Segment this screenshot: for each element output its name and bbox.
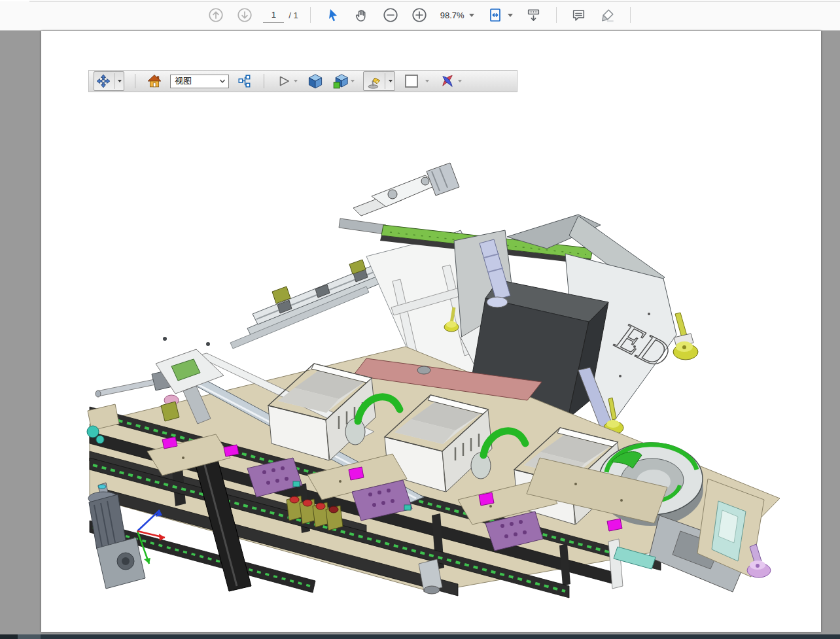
- fit-page-dropdown[interactable]: [485, 7, 516, 23]
- view-dropdown[interactable]: 视图: [170, 75, 229, 88]
- page-number-group: / 1: [263, 8, 298, 23]
- dock-toolbar-icon: [525, 7, 542, 24]
- zoom-level-value: 98.7%: [440, 10, 464, 20]
- model-tree-icon: [237, 74, 252, 88]
- highlighter-icon: [599, 7, 616, 24]
- hide-toolbar-button[interactable]: [523, 5, 544, 26]
- toolbar-separator: [630, 7, 631, 23]
- select-tool-button[interactable]: [323, 5, 343, 26]
- background-color-button[interactable]: [402, 72, 430, 90]
- chevron-down-icon: [351, 80, 355, 82]
- shaded-cube-icon: [307, 73, 323, 89]
- button-divider: [114, 73, 114, 89]
- chevron-down-icon: [458, 80, 462, 82]
- taskbar-segment: [0, 634, 18, 639]
- chevron-down-icon: [508, 14, 513, 17]
- render-mode-icon: [333, 73, 349, 89]
- pan-3d-button[interactable]: [94, 71, 124, 91]
- home-icon: [147, 74, 162, 88]
- chevron-down-icon: [294, 80, 298, 82]
- cross-section-icon: [439, 73, 456, 89]
- chevron-down-icon: [425, 80, 429, 82]
- circle-arrow-down-icon: [236, 7, 253, 24]
- edrawings-toolbar: 视图: [88, 70, 517, 92]
- toolbar-separator: [310, 7, 311, 23]
- next-page-button[interactable]: [234, 5, 255, 26]
- zoom-level-dropdown[interactable]: 98.7%: [438, 10, 477, 20]
- chevron-down-icon: [118, 80, 122, 82]
- chevron-down-icon: [219, 78, 226, 84]
- button-divider: [385, 73, 385, 89]
- minus-circle-icon: [382, 7, 399, 24]
- acrobat-window: / 1 98.7%: [0, 0, 840, 639]
- plus-circle-icon: [411, 7, 428, 24]
- ed-toolbar-separator: [135, 74, 135, 88]
- toolbar-separator: [556, 7, 557, 23]
- home-view-button[interactable]: [146, 72, 163, 90]
- 3d-model-viewport[interactable]: ED: [41, 31, 821, 632]
- background-swatch-icon: [404, 73, 419, 89]
- chevron-down-icon: [469, 14, 474, 17]
- cursor-icon: [325, 7, 341, 23]
- pdf-page: ED: [41, 31, 821, 632]
- page-total-label: / 1: [289, 10, 298, 20]
- ed-toolbar-separator: [264, 74, 264, 88]
- play-animation-button[interactable]: [275, 72, 299, 90]
- lighting-button[interactable]: [363, 71, 395, 91]
- taskbar-active-item: [18, 634, 41, 639]
- circle-arrow-up-icon: [207, 7, 224, 24]
- taskbar-strip: [0, 634, 840, 639]
- hand-tool-button[interactable]: [351, 5, 372, 26]
- comment-button[interactable]: [569, 5, 589, 26]
- zoom-in-button[interactable]: [409, 5, 430, 26]
- page-number-input[interactable]: [263, 8, 284, 23]
- fit-page-icon: [487, 7, 503, 23]
- cross-section-button[interactable]: [438, 72, 463, 90]
- highlight-button[interactable]: [597, 5, 618, 26]
- pdf-toolbar: / 1 98.7%: [0, 0, 840, 31]
- shaded-view-button[interactable]: [306, 72, 324, 90]
- pan-3d-icon: [96, 74, 111, 88]
- zoom-out-button[interactable]: [380, 5, 401, 26]
- chevron-down-icon: [389, 80, 393, 82]
- comment-bubble-icon: [570, 7, 587, 24]
- hand-icon: [353, 7, 370, 24]
- play-icon: [276, 74, 292, 88]
- view-dropdown-value: 视图: [175, 75, 192, 87]
- model-tree-button[interactable]: [236, 72, 253, 90]
- previous-page-button[interactable]: [205, 5, 226, 26]
- lamp-icon: [366, 73, 381, 89]
- render-mode-button[interactable]: [332, 72, 356, 90]
- document-area: ED: [0, 31, 840, 634]
